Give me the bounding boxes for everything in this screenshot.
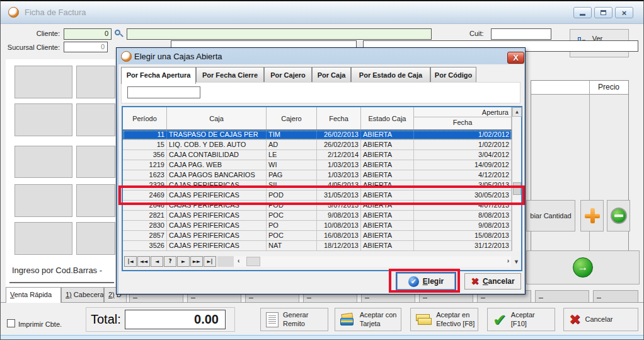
quick-button-3-1[interactable] [76,184,115,217]
dialog-tab-4[interactable]: Por Estado de Caja [351,67,430,83]
quick-button-0-1[interactable] [76,66,115,98]
nav-prev-button[interactable]: ◄ [151,256,163,267]
main-window: { "window": { "title": "Ficha de Factura… [0,0,644,340]
cuit-label: Cuit: [469,30,484,37]
dialog-icon [121,51,132,62]
table-row[interactable]: 2857CAJAS PERIFERICASPOC 16/08/2013ABIER… [123,231,512,241]
table-row[interactable]: 11TRASPASO DE CAJAS PERTIM 26/02/2013ABI… [123,130,512,140]
aceptar-efectivo-button[interactable]: Aceptar en Efectivo [F8] [410,308,478,331]
tab-fragment[interactable] [593,290,638,303]
quick-button-1-1[interactable] [76,103,115,136]
filter-input[interactable] [127,86,200,98]
dialog-cancelar-button[interactable]: ✖ Cancelar [464,273,521,290]
tab-fragment[interactable] [535,290,589,303]
quick-button-1-0[interactable] [14,103,72,136]
nav-next-button[interactable]: ► [177,256,190,267]
precio-column-header: Precio [589,83,628,91]
table-row[interactable]: 356CAJA CONTABILIDADLE 2/12/2014ABIERTA3… [123,150,512,160]
tab-venta-rapida[interactable]: Venta Rápida [6,287,61,303]
table-row[interactable]: 1219CAJA PAG. WEBWI 1/03/2013ABIERTA14/0… [123,160,512,170]
quick-button-2-0[interactable] [14,146,72,178]
vertical-scrollbar[interactable]: ▲ [512,107,521,251]
quick-button-0-0[interactable] [14,66,72,98]
quick-button-4-1[interactable] [76,222,115,255]
minimize-icon [580,14,585,16]
document-icon [266,312,279,327]
total-value: 0.00 [125,310,226,329]
tab-cabecera[interactable]: 1) Cabecera [61,287,104,303]
cuit-field[interactable] [491,28,551,40]
imprimir-label: Imprimir Cbte. [18,320,62,328]
green-check-icon: ✔ [493,312,507,328]
quick-button-2-1[interactable] [76,146,115,178]
remove-item-button[interactable] [607,200,630,232]
table-row[interactable]: 2821CAJAS PERIFERICASPOC 9/08/2013ABIERT… [123,211,512,221]
plus-icon [585,208,600,223]
minimize-button[interactable] [573,7,592,18]
search-icon[interactable] [114,29,124,39]
cliente-label: Cliente: [12,30,60,37]
hscroll-thumb[interactable] [246,257,260,266]
dialog-body: Por Fecha AperturaPor Fecha CierrePor Ca… [118,64,524,293]
quick-buttons-panel: Ingreso por Cod.Barras - [6,59,115,287]
generar-remito-button[interactable]: Generar Remito [260,308,328,331]
col-apertura[interactable]: Apertura Fecha [414,107,512,129]
dialog-tab-2[interactable]: Por Cajero [264,67,312,83]
maximize-button[interactable] [594,7,612,18]
cambiar-cantidad-button[interactable]: biar Cantidad [526,200,575,232]
table-row[interactable]: 2830CAJAS PERIFERICASPO 10/08/2013ABIERT… [123,221,512,231]
items-grid-header: Precio [531,81,628,95]
scroll-right-icon[interactable]: › [507,257,509,264]
col-periodo[interactable]: Período [123,107,167,129]
dialog-title: Elegir una Cajas Abierta [134,52,222,61]
annotation-box-elegir [389,269,460,293]
dialog-tab-0[interactable]: Por Fecha Apertura [121,67,196,84]
table-row[interactable]: 15LIQ. COB. Y DEB. AUTOAD 26/02/2013ABIE… [123,140,512,150]
scroll-left-icon[interactable]: ‹ [238,257,239,264]
close-button[interactable]: × [615,7,633,18]
app-icon [8,7,19,18]
scroll-up-icon[interactable]: ▲ [512,107,522,117]
nav-fast-forward-button[interactable]: ►► [190,256,203,267]
nav-last-button[interactable]: ►| [204,256,216,267]
nav-fast-rewind-button[interactable]: ◄◄ [137,256,150,267]
barcode-entry-label[interactable]: Ingreso por Cod.Barras - [9,258,114,283]
cliente-code-field[interactable]: 0 [64,28,112,40]
close-icon: × [622,9,627,17]
dialog-tab-1[interactable]: Por Fecha Cierre [196,67,264,83]
imprimir-checkbox[interactable] [7,319,15,327]
titlebar: Ficha de Factura × [1,1,644,24]
minus-icon [611,208,627,224]
add-item-button[interactable] [580,200,604,232]
dialog-tab-3[interactable]: Por Caja [312,67,351,83]
cliente-name-field[interactable] [127,28,432,40]
col-cajero[interactable]: Cajero [267,107,317,129]
horizontal-scrollbar[interactable]: ‹ › [217,256,511,267]
cash-icon [416,313,432,327]
quick-button-4-0[interactable] [14,222,72,255]
status-strip [1,335,644,340]
dialog-close-button[interactable]: X [507,52,524,64]
aceptar-button[interactable]: ✔ Aceptar [F10] [487,308,555,331]
quick-button-3-0[interactable] [14,184,72,217]
nav-first-button[interactable]: |◄ [124,256,137,267]
table-row[interactable]: 1623CAJA PAGOS BANCARIOSPAG 1/03/2013ABI… [123,170,512,180]
sucursal-label: Sucursal Cliente: [6,44,60,51]
green-arrow-icon: → [573,257,593,278]
col-fecha[interactable]: Fecha [317,107,361,129]
nav-help-button[interactable]: ? [164,256,176,267]
dialog-tab-5[interactable]: Por Código [430,67,476,83]
credit-card-icon [340,313,355,327]
cancelar-button[interactable]: ✖ Cancelar [563,308,638,331]
total-label: Total: [91,312,121,327]
sucursal-field[interactable]: 0 [64,42,108,52]
red-x-icon: ✖ [569,313,580,327]
scroll-down-icon[interactable]: ▼ [512,259,521,265]
col-caja[interactable]: Caja [167,107,267,129]
red-x-icon: ✖ [471,276,479,287]
cajas-grid-header: Período Caja Cajero Fecha Estado Caja Ap… [123,107,512,130]
col-estado[interactable]: Estado Caja [361,107,414,129]
go-button[interactable]: → [526,250,640,284]
aceptar-tarjeta-button[interactable]: Aceptar con Tarjeta [335,308,401,331]
table-row[interactable]: 3526CAJAS PERIFERICASNAT 18/12/2013ABIER… [123,241,512,251]
